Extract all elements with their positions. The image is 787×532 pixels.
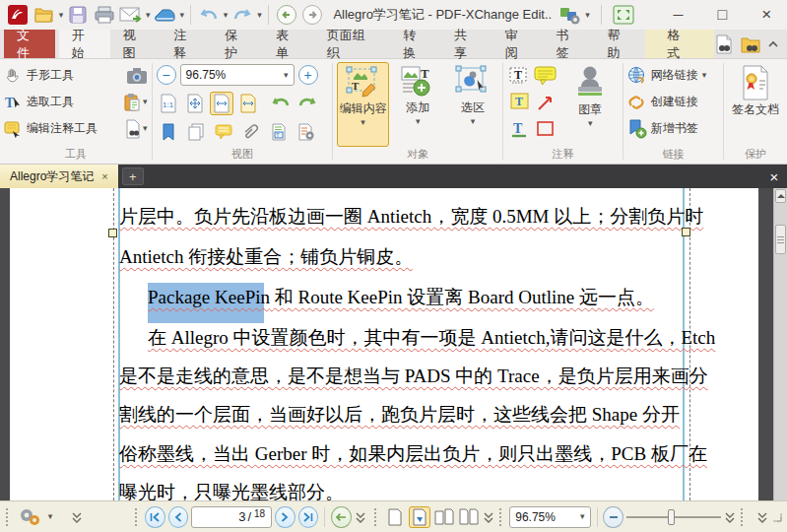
zoom-level-combo[interactable]: 96.75% ▾ (180, 64, 295, 86)
snapshot-button[interactable] (126, 67, 148, 85)
last-page-button[interactable] (298, 506, 319, 528)
vertical-scrollbar[interactable] (773, 188, 787, 500)
search-button[interactable]: ▾ (125, 119, 148, 139)
tab-view[interactable]: 视图 (110, 30, 162, 58)
redo-button[interactable] (230, 3, 254, 27)
previous-page-button[interactable] (168, 506, 189, 528)
web-links-button[interactable]: 网络链接 ▾ (627, 62, 719, 89)
forward-button[interactable] (301, 3, 325, 27)
thumbnails-pane-button[interactable] (184, 120, 208, 144)
scroll-up-button[interactable] (775, 189, 786, 203)
edit-content-button[interactable]: T 编辑内容 ▾ (337, 62, 389, 147)
open-button[interactable] (33, 3, 56, 27)
tab-comment[interactable]: 注释 (161, 30, 212, 58)
rectangle-annotation-button[interactable] (533, 117, 558, 141)
search-folder-icon[interactable] (740, 33, 761, 55)
zoom-slider-knob[interactable] (668, 509, 675, 525)
zoom-out-button[interactable]: − (157, 65, 176, 85)
first-page-button[interactable] (145, 506, 165, 528)
add-object-button[interactable]: T 添加 ▾ (392, 62, 444, 147)
new-tab-button[interactable]: + (122, 167, 144, 185)
tab-bookmarks[interactable]: 书签 (544, 30, 595, 58)
hand-tool-button[interactable]: 手形工具 (4, 62, 148, 89)
text-box-button[interactable]: T (507, 91, 533, 114)
maximize-button[interactable]: □ (707, 3, 737, 27)
sign-document-button[interactable]: 签名文档 (728, 62, 783, 147)
expand-toolbar-chevron[interactable] (71, 511, 83, 523)
launch-dropdown[interactable]: ▾ (585, 11, 590, 20)
print-button[interactable] (93, 3, 116, 27)
search-document-icon[interactable] (714, 33, 734, 55)
tab-convert[interactable]: 转换 (390, 30, 441, 58)
next-page-button[interactable] (275, 506, 295, 528)
fields-pane-button[interactable]: T (267, 120, 291, 144)
status-options-button[interactable] (16, 506, 45, 528)
zoom-slider[interactable] (626, 506, 721, 528)
stamp-button[interactable]: 图章 ▾ (562, 62, 618, 147)
tab-file[interactable]: 文件 (4, 30, 55, 58)
status-zoom-combo[interactable]: 96.75% ▾ (509, 506, 590, 528)
close-document-button[interactable]: × (761, 165, 787, 188)
tab-organize[interactable]: 页面组织 (314, 30, 391, 58)
scrollbar-thumb[interactable] (775, 225, 786, 254)
single-page-button[interactable] (383, 506, 405, 528)
expand-right-chevron[interactable] (756, 511, 768, 523)
pdf-page[interactable]: 片层中。负片先沿板边画一圈 Antietch，宽度 0.5MM 以上；分割负片时… (10, 188, 758, 500)
attachments-pane-button[interactable] (239, 120, 263, 144)
tab-format[interactable]: 格式 (645, 30, 714, 58)
add-bookmark-button[interactable]: 新增书签 (627, 115, 719, 142)
close-button[interactable]: × (752, 3, 781, 27)
launch-applications-icon[interactable] (558, 3, 582, 27)
typewriter-button[interactable]: T (507, 64, 533, 88)
two-page-scroll-button[interactable] (458, 506, 480, 528)
fit-page-button[interactable] (183, 92, 207, 115)
create-link-button[interactable]: 创建链接 (627, 89, 719, 115)
collapse-ribbon-button[interactable] (767, 39, 779, 49)
sticky-note-button[interactable] (533, 64, 558, 88)
resize-handle-right[interactable] (682, 228, 690, 236)
properties-pane-button[interactable] (295, 120, 318, 144)
tab-share[interactable]: 共享 (441, 30, 492, 58)
email-button[interactable] (119, 3, 143, 27)
selection-button[interactable]: 选区 ▾ (447, 62, 499, 147)
resize-handle-left[interactable] (108, 229, 117, 237)
bookmarks-pane-button[interactable] (157, 120, 180, 144)
tab-review[interactable]: 审阅 (492, 30, 544, 58)
expand-nav-chevron[interactable] (355, 511, 366, 523)
expand-layout-chevron[interactable] (483, 511, 494, 523)
previous-view-button[interactable] (331, 506, 352, 528)
arrow-annotation-button[interactable] (533, 91, 558, 114)
facing-pages-button[interactable] (433, 506, 455, 528)
scan-button[interactable] (153, 3, 176, 27)
page-number-box[interactable]: 3 / 18 (191, 506, 272, 528)
back-button[interactable] (275, 3, 298, 27)
tab-help[interactable]: 帮助 (594, 30, 645, 58)
zoom-in-button[interactable]: + (298, 65, 318, 85)
fit-visible-button[interactable] (236, 92, 260, 115)
actual-size-button[interactable]: 1:1 (157, 92, 180, 115)
fit-width-layout-button[interactable] (409, 506, 430, 528)
undo-dropdown[interactable]: ▾ (224, 11, 229, 20)
scan-dropdown[interactable]: ▾ (179, 11, 184, 20)
open-dropdown[interactable]: ▾ (59, 11, 64, 20)
fit-width-button[interactable] (210, 92, 233, 115)
undo-button[interactable] (197, 3, 221, 27)
paste-button[interactable]: ▾ (123, 93, 148, 112)
tab-form[interactable]: 表单 (263, 30, 314, 58)
document-tab[interactable]: Allegro学习笔记 × (0, 165, 118, 188)
save-button[interactable] (66, 3, 90, 27)
expand-zoom-chevron[interactable] (724, 511, 736, 523)
minimize-button[interactable]: ─ (664, 3, 693, 27)
resize-grip[interactable] (771, 511, 783, 523)
status-options-dropdown[interactable]: ▾ (48, 512, 53, 521)
redo-dropdown[interactable]: ▾ (257, 11, 262, 20)
select-tool-button[interactable]: T 选取工具 ▾ (4, 89, 148, 115)
text-annotation-button[interactable]: T (507, 117, 533, 141)
edit-comment-tool-button[interactable]: 编辑注释工具 ▾ (4, 115, 148, 142)
comments-pane-button[interactable] (212, 120, 235, 144)
rotate-cw-button[interactable] (295, 92, 319, 115)
rotate-ccw-button[interactable] (269, 92, 293, 115)
email-dropdown[interactable]: ▾ (146, 11, 151, 20)
status-zoom-out-button[interactable] (603, 506, 623, 528)
tab-home[interactable]: 开始 (59, 30, 110, 58)
